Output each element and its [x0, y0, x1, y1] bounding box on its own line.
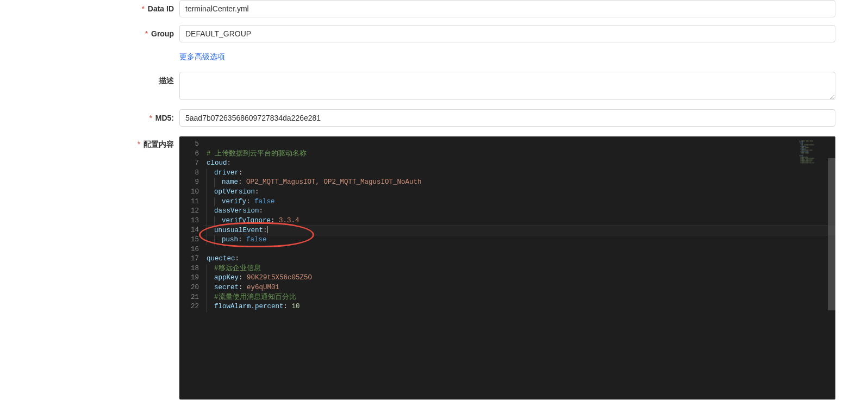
required-marker: * — [141, 4, 144, 13]
code-token: unusualEvent — [214, 227, 263, 234]
code-token: : — [259, 207, 264, 215]
code-line[interactable]: optVersion: — [207, 188, 835, 197]
line-number: 15 — [179, 235, 203, 245]
data-id-input[interactable] — [179, 0, 835, 17]
code-token: : — [227, 159, 232, 167]
code-line[interactable]: cloud: — [207, 159, 835, 168]
code-token: : — [238, 236, 246, 244]
row-advanced-link: 更多高级选项 — [0, 50, 868, 64]
code-line[interactable]: unusualEvent: — [207, 226, 835, 235]
group-input[interactable] — [179, 25, 835, 42]
line-number: 20 — [179, 283, 203, 293]
code-line[interactable]: #流量使用消息通知百分比 — [207, 293, 835, 303]
label-config-content: * 配置内容 — [0, 136, 179, 149]
editor-body[interactable]: # 上传数据到云平台的驱动名称cloud:driver:name: OP2_MQ… — [203, 136, 835, 399]
code-token: OP2_MQTT_MagusIOT, OP2_MQTT_MagusIOT_NoA… — [246, 178, 422, 186]
code-token: : — [238, 178, 246, 186]
label-text-data-id: Data ID — [148, 4, 174, 13]
config-form: * Data ID * Group 更多高级选项 描述 — [0, 0, 868, 407]
code-token: ey6qUM01 — [247, 284, 279, 291]
line-number: 7 — [179, 159, 203, 168]
line-number: 16 — [179, 245, 203, 255]
code-line[interactable] — [207, 140, 835, 149]
row-group: * Group — [0, 25, 868, 42]
code-token: #移远企业信息 — [214, 265, 261, 272]
line-number: 12 — [179, 207, 203, 216]
advanced-options-link[interactable]: 更多高级选项 — [179, 52, 225, 61]
code-token: false — [254, 198, 275, 205]
code-token: dassVersion — [214, 207, 259, 215]
code-line[interactable]: verifyIgnore: 3.3.4 — [207, 216, 835, 226]
code-token: 10 — [292, 303, 300, 310]
code-line[interactable]: #移远企业信息 — [207, 264, 835, 274]
code-token: # 上传数据到云平台的驱动名称 — [207, 150, 307, 158]
code-line[interactable]: # 上传数据到云平台的驱动名称 — [207, 149, 835, 159]
line-number: 9 — [179, 178, 203, 188]
code-token: : — [239, 274, 247, 282]
line-number: 10 — [179, 188, 203, 197]
row-config-content: * 配置内容 5678910111213141516171819202122 #… — [0, 136, 868, 399]
code-token: : — [271, 217, 279, 224]
code-token: appKey — [214, 274, 239, 282]
code-line[interactable]: flowAlarm.percent: 10 — [207, 302, 835, 312]
code-line[interactable]: appKey: 90K29t5X56c05Z5O — [207, 273, 835, 283]
label-description: 描述 — [0, 72, 179, 86]
code-token: name — [222, 178, 238, 186]
line-number: 21 — [179, 293, 203, 303]
code-token: verifyIgnore — [222, 217, 271, 224]
code-line[interactable]: secret: ey6qUM01 — [207, 283, 835, 293]
required-marker: * — [138, 140, 140, 148]
code-token: : — [239, 284, 247, 291]
text-cursor — [267, 226, 268, 233]
code-token: flowAlarm.percent — [214, 303, 284, 310]
line-number: 5 — [179, 140, 203, 149]
code-line[interactable]: dassVersion: — [207, 207, 835, 216]
line-number: 18 — [179, 264, 203, 274]
code-token: 3.3.4 — [279, 217, 299, 224]
code-token: : — [246, 198, 254, 205]
editor-gutter: 5678910111213141516171819202122 — [179, 136, 203, 312]
line-number: 19 — [179, 273, 203, 283]
code-line[interactable]: driver: — [207, 168, 835, 178]
line-number: 11 — [179, 197, 203, 207]
code-line[interactable]: push: false — [207, 235, 835, 245]
code-editor[interactable]: 5678910111213141516171819202122 # 上传数据到云… — [179, 136, 835, 399]
line-number: 13 — [179, 216, 203, 226]
label-group: * Group — [0, 25, 179, 38]
line-number: 8 — [179, 168, 203, 178]
label-text-config-content: 配置内容 — [143, 140, 174, 148]
code-token: : — [263, 227, 267, 234]
code-token: 90K29t5X56c05Z5O — [247, 274, 312, 282]
label-text-md5: MD5: — [155, 114, 174, 122]
required-marker: * — [145, 29, 148, 38]
row-md5: * MD5: — [0, 109, 868, 127]
code-line[interactable]: quectec: — [207, 254, 835, 264]
code-token: optVersion — [214, 188, 255, 196]
description-textarea[interactable] — [179, 72, 835, 100]
code-token: verify — [222, 198, 246, 205]
editor-scrollbar[interactable] — [828, 136, 835, 399]
code-token: : — [239, 169, 243, 177]
line-number: 17 — [179, 254, 203, 264]
code-token: false — [246, 236, 267, 244]
row-description: 描述 — [0, 72, 868, 102]
label-data-id: * Data ID — [0, 0, 179, 13]
md5-input[interactable] — [179, 109, 835, 127]
code-token: secret — [214, 284, 239, 291]
code-token: driver — [214, 169, 239, 177]
code-token: push — [222, 236, 238, 244]
code-line[interactable] — [207, 245, 835, 255]
code-token: : — [255, 188, 259, 196]
code-token: : — [235, 255, 240, 263]
code-line[interactable]: verify: false — [207, 197, 835, 207]
required-marker: * — [149, 114, 152, 122]
code-token: quectec — [207, 255, 235, 263]
code-token: : — [284, 303, 292, 310]
code-token: #流量使用消息通知百分比 — [214, 294, 296, 301]
code-line[interactable]: name: OP2_MQTT_MagusIOT, OP2_MQTT_MagusI… — [207, 178, 835, 188]
label-text-description: 描述 — [159, 76, 174, 85]
row-data-id: * Data ID — [0, 0, 868, 17]
label-md5: * MD5: — [0, 109, 179, 122]
label-text-group: Group — [151, 29, 174, 38]
scrollbar-thumb[interactable] — [828, 158, 835, 310]
